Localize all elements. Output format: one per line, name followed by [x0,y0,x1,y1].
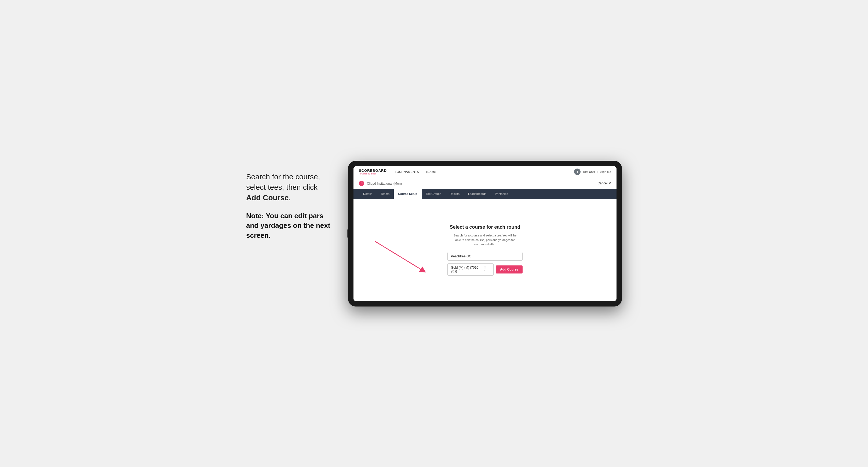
tournament-title: Clippd Invitational (Men) [367,181,597,185]
tab-tee-groups[interactable]: Tee Groups [422,189,445,199]
top-nav-right: T Test User | Sign out [574,168,611,175]
course-select-description: Search for a course and select a tee. Yo… [453,233,517,247]
instruction-panel: Search for the course, select tees, then… [246,161,332,249]
tablet-frame: SCOREBOARD Powered by clippd TOURNAMENTS… [348,161,622,307]
user-avatar: T [574,168,581,175]
add-course-button[interactable]: Add Course [496,266,523,274]
tab-leaderboards[interactable]: Leaderboards [464,189,491,199]
logo-title: SCOREBOARD [359,168,387,173]
main-content: Select a course for each round Search fo… [353,199,617,301]
logo-sub: Powered by clippd [359,173,387,175]
cancel-button[interactable]: Cancel ✕ [597,181,611,185]
power-button [347,229,348,238]
course-select-title: Select a course for each round [450,224,520,230]
tournament-header: C Clippd Invitational (Men) Cancel ✕ [353,178,617,189]
tab-course-setup[interactable]: Course Setup [394,189,422,199]
tee-select-clear[interactable]: ✕ [484,266,486,270]
instruction-text: Search for the course, select tees, then… [246,172,332,203]
tee-select-dropdown[interactable]: Gold (M) (M) (7010 yds) ✕ ⌃ [447,263,494,276]
note-text: Note: You can edit pars and yardages on … [246,211,332,240]
tab-results[interactable]: Results [445,189,464,199]
tab-details[interactable]: Details [359,189,377,199]
tournament-icon: C [359,181,364,186]
tab-bar: Details Teams Course Setup Tee Groups Re… [353,189,617,199]
top-nav-bar: SCOREBOARD Powered by clippd TOURNAMENTS… [353,166,617,178]
tab-printables[interactable]: Printables [491,189,513,199]
course-search-input[interactable] [447,252,523,260]
tab-teams[interactable]: Teams [377,189,394,199]
nav-tournaments[interactable]: TOURNAMENTS [395,170,419,174]
tablet-screen: SCOREBOARD Powered by clippd TOURNAMENTS… [353,166,617,301]
tee-select-arrow: ⌃ [484,270,486,273]
tee-select-row: Gold (M) (M) (7010 yds) ✕ ⌃ Add Course [447,263,523,276]
svg-line-0 [375,241,423,271]
tee-select-value: Gold (M) (M) (7010 yds) [451,266,484,273]
logo-area: SCOREBOARD Powered by clippd [359,168,387,175]
nav-teams[interactable]: TEAMS [426,170,436,174]
nav-separator: | [597,170,598,174]
user-label: Test User [583,170,595,174]
sign-out-link[interactable]: Sign out [600,170,611,174]
top-nav-links: TOURNAMENTS TEAMS [395,170,574,174]
